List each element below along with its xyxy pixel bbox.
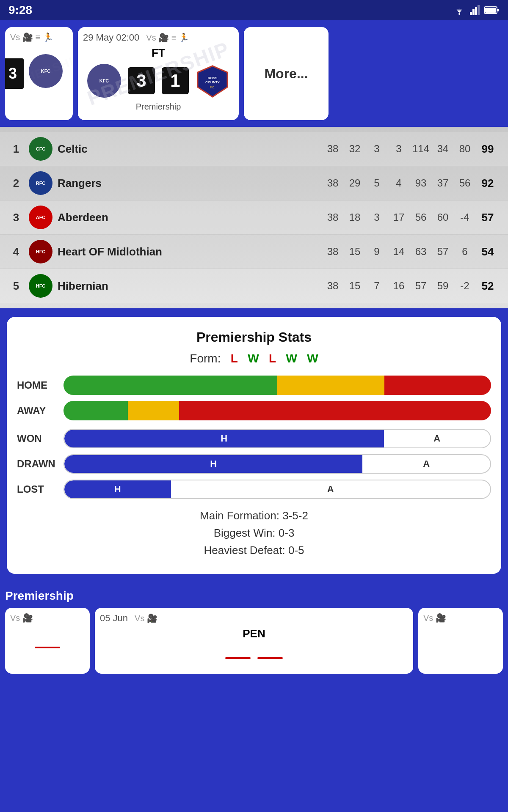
vs-icon-bottom-left: Vs 🎥 bbox=[10, 613, 33, 623]
form-w1: W bbox=[248, 352, 259, 365]
aberdeen-badge: AFC bbox=[29, 206, 52, 229]
team-name-rangers: Rangers bbox=[58, 177, 322, 190]
svg-text:ROSS: ROSS bbox=[208, 76, 218, 80]
matches-scroll: Vs 🎥 ≡ 🏃 3 KFC PREMIERSHIP 29 May 02:00 … bbox=[5, 27, 503, 120]
rangers-d: 5 bbox=[366, 177, 388, 189]
svg-point-0 bbox=[458, 13, 460, 15]
bar-away-yellow bbox=[128, 401, 179, 420]
aberdeen-gf: 56 bbox=[410, 211, 432, 223]
ha-bars: WON H A DRAWN H A LOST H A bbox=[17, 429, 491, 499]
aberdeen-gd: -4 bbox=[454, 211, 476, 223]
standings-row-rangers[interactable]: 2 RFC Rangers 38 29 5 4 93 37 56 92 bbox=[0, 166, 508, 200]
away-score: 1 bbox=[162, 67, 189, 94]
hearts-badge: HFC bbox=[29, 240, 52, 263]
home-score: 3 bbox=[128, 67, 155, 94]
hibernian-p: 38 bbox=[322, 280, 344, 292]
status-icons bbox=[453, 5, 500, 15]
standings-section: 1 CFC Celtic 38 32 3 3 114 34 80 99 2 RF… bbox=[0, 127, 508, 308]
hearts-d: 9 bbox=[366, 246, 388, 258]
hearts-gf: 63 bbox=[410, 246, 432, 258]
pos-3: 3 bbox=[8, 211, 24, 224]
form-line: Form: L W L W W bbox=[17, 352, 491, 365]
stats-title: Premiership Stats bbox=[17, 329, 491, 345]
svg-rect-3 bbox=[475, 7, 477, 15]
hearts-pts: 54 bbox=[476, 245, 500, 258]
vs-icon-bottom-main: Vs 🎥 bbox=[135, 613, 157, 623]
stats-extras: Main Formation: 3-5-2 Biggest Win: 0-3 H… bbox=[17, 509, 491, 557]
lost-away: A bbox=[171, 480, 491, 498]
celtic-gf: 114 bbox=[410, 143, 432, 155]
vs-icon-bottom-right: Vs 🎥 bbox=[423, 613, 446, 623]
bottom-card-left-header: Vs 🎥 bbox=[10, 613, 85, 623]
bar-label-home: HOME bbox=[17, 379, 64, 391]
bar-row-away: AWAY bbox=[17, 401, 491, 420]
ross-county-badge: ROSS COUNTY F.C. bbox=[196, 64, 229, 98]
biggest-win-line: Biggest Win: 0-3 bbox=[17, 527, 491, 540]
standings-row-hearts[interactable]: 4 HFC Heart OF Midlothian 38 15 9 14 63 … bbox=[0, 235, 508, 269]
standings-row-hibernian[interactable]: 5 HFC Hibernian 38 15 7 16 57 59 -2 52 bbox=[0, 269, 508, 303]
bottom-card-right-content bbox=[423, 626, 498, 669]
match-date: 29 May 02:00 bbox=[83, 32, 139, 43]
celtic-ga: 34 bbox=[432, 143, 454, 155]
svg-text:F.C.: F.C. bbox=[210, 86, 215, 89]
bottom-team-left-bar bbox=[225, 657, 251, 659]
status-bar: 9:28 bbox=[0, 0, 508, 20]
hearts-w: 15 bbox=[344, 246, 366, 258]
drawn-away: A bbox=[362, 455, 490, 473]
home-team-logo: KFC bbox=[87, 64, 121, 98]
more-label[interactable]: More... bbox=[264, 66, 308, 82]
bottom-main-teams bbox=[100, 644, 408, 664]
aberdeen-w: 18 bbox=[344, 211, 366, 223]
svg-rect-4 bbox=[478, 5, 480, 15]
match-status: FT bbox=[83, 47, 234, 60]
signal-icon bbox=[470, 5, 480, 15]
won-bar: H A bbox=[64, 429, 491, 448]
hibernian-pts: 52 bbox=[476, 280, 500, 293]
svg-rect-1 bbox=[470, 12, 472, 15]
form-l2: L bbox=[269, 352, 276, 365]
status-time: 9:28 bbox=[8, 3, 32, 17]
partial-score: 3 bbox=[5, 58, 24, 89]
card-header-partial: Vs 🎥 ≡ 🏃 bbox=[10, 32, 68, 42]
celtic-gd: 80 bbox=[454, 143, 476, 155]
matches-section: Vs 🎥 ≡ 🏃 3 KFC PREMIERSHIP 29 May 02:00 … bbox=[0, 20, 508, 127]
hibernian-l: 16 bbox=[388, 280, 410, 292]
bottom-card-main[interactable]: 05 Jun Vs 🎥 PEN bbox=[95, 608, 413, 674]
match-card-main[interactable]: 29 May 02:00 Vs 🎥 ≡ 🏃 FT KFC 3 1 bbox=[78, 27, 239, 120]
form-l1: L bbox=[231, 352, 238, 365]
match-card-partial-left[interactable]: Vs 🎥 ≡ 🏃 3 KFC PREMIERSHIP bbox=[5, 27, 73, 120]
bottom-card-right[interactable]: Vs 🎥 bbox=[418, 608, 503, 674]
aberdeen-l: 17 bbox=[388, 211, 410, 223]
rangers-ga: 37 bbox=[432, 177, 454, 189]
celtic-badge: CFC bbox=[29, 137, 52, 161]
match-card-more[interactable]: More... bbox=[244, 27, 329, 120]
partial-team-logo: KFC bbox=[24, 46, 68, 96]
hearts-ga: 57 bbox=[432, 246, 454, 258]
bar-container-away bbox=[64, 401, 491, 420]
standings-row-celtic[interactable]: 1 CFC Celtic 38 32 3 3 114 34 80 99 bbox=[0, 132, 508, 166]
bottom-card-left-content bbox=[10, 626, 85, 669]
drawn-label: DRAWN bbox=[17, 458, 64, 470]
kilmarnock-badge: KFC bbox=[29, 54, 63, 88]
form-w3: W bbox=[307, 352, 318, 365]
won-away: A bbox=[384, 430, 491, 447]
bottom-red-bar bbox=[35, 647, 60, 648]
hearts-p: 38 bbox=[322, 246, 344, 258]
rangers-pts: 92 bbox=[476, 177, 500, 190]
competition-label: Premiership bbox=[83, 102, 234, 112]
standings-row-aberdeen[interactable]: 3 AFC Aberdeen 38 18 3 17 56 60 -4 57 bbox=[0, 200, 508, 235]
bar-away-red bbox=[179, 401, 491, 420]
pos-5: 5 bbox=[8, 280, 24, 293]
pos-2: 2 bbox=[8, 177, 24, 190]
rangers-badge: RFC bbox=[29, 171, 52, 195]
team-name-celtic: Celtic bbox=[58, 143, 322, 156]
bottom-card-left[interactable]: Vs 🎥 bbox=[5, 608, 90, 674]
aberdeen-p: 38 bbox=[322, 211, 344, 223]
away-team-logo: ROSS COUNTY F.C. bbox=[196, 64, 229, 98]
team-name-aberdeen: Aberdeen bbox=[58, 211, 322, 224]
hibernian-w: 15 bbox=[344, 280, 366, 292]
aberdeen-d: 3 bbox=[366, 211, 388, 223]
heaviest-defeat-line: Heaviest Defeat: 0-5 bbox=[17, 544, 491, 557]
svg-rect-2 bbox=[472, 9, 475, 15]
bar-away-green bbox=[64, 401, 128, 420]
